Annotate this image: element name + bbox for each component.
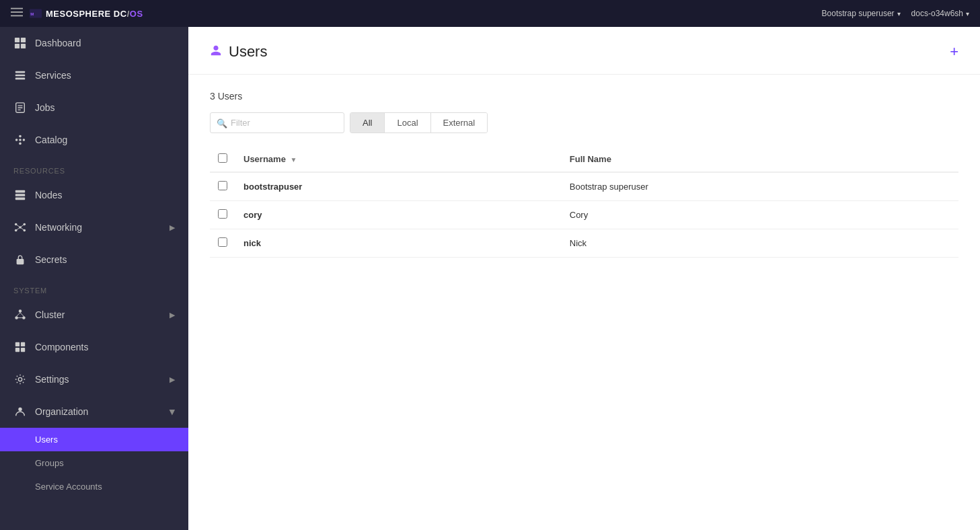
sidebar-item-components[interactable]: Components <box>0 331 188 363</box>
sidebar-item-services[interactable]: Services <box>0 59 188 91</box>
filter-input[interactable] <box>210 112 344 133</box>
layout: Dashboard Services Jobs Catalog Resource… <box>0 27 980 530</box>
svg-line-37 <box>17 313 20 316</box>
svg-rect-43 <box>21 348 25 352</box>
svg-rect-21 <box>15 190 25 193</box>
row-username-cell: bootstrapuser <box>235 172 562 201</box>
svg-line-32 <box>20 227 24 231</box>
add-user-button[interactable]: + <box>950 44 958 59</box>
settings-icon <box>13 373 27 386</box>
tab-all[interactable]: All <box>350 113 385 132</box>
svg-point-34 <box>19 309 22 313</box>
svg-rect-13 <box>17 105 22 106</box>
sidebar-item-jobs[interactable]: Jobs <box>0 91 188 124</box>
filter-row: 🔍 All Local External <box>210 112 958 133</box>
svg-line-31 <box>16 227 20 231</box>
filter-input-wrap: 🔍 <box>210 112 344 133</box>
sidebar-item-groups[interactable]: Groups <box>0 451 188 475</box>
svg-rect-10 <box>15 75 25 77</box>
svg-rect-41 <box>21 342 25 346</box>
topbar-user-label: Bootstrap superuser <box>822 9 895 18</box>
svg-rect-15 <box>17 110 21 110</box>
sidebar-item-secrets[interactable]: Secrets <box>0 243 188 276</box>
networking-icon <box>13 221 27 234</box>
dashboard-icon <box>13 36 27 50</box>
page-title: Users <box>229 43 267 61</box>
filter-tab-group: All Local External <box>350 112 488 133</box>
sidebar-sub-item-label: Groups <box>35 458 64 468</box>
svg-rect-23 <box>15 198 25 200</box>
topbar-cluster-label: docs-o34w6sh <box>911 9 963 18</box>
table-header-username[interactable]: Username ▼ <box>235 147 562 172</box>
page-title-row: Users <box>210 43 267 61</box>
row-checkbox[interactable] <box>218 209 227 219</box>
row-checkbox-cell <box>210 172 235 201</box>
sidebar-item-nodes[interactable]: Nodes <box>0 179 188 211</box>
sidebar-item-label: Nodes <box>35 190 62 200</box>
cluster-icon <box>13 308 27 321</box>
username-link[interactable]: bootstrapuser <box>243 182 302 192</box>
sidebar-item-organization[interactable]: Organization ▶ <box>0 395 188 428</box>
topbar-left: M MESOSPHERE DC/OS <box>11 6 143 21</box>
tab-external[interactable]: External <box>431 113 488 132</box>
svg-point-18 <box>23 139 26 141</box>
sidebar-sub-item-label: Users <box>35 434 58 445</box>
resources-section-label: Resources <box>0 156 188 179</box>
users-page-icon <box>210 44 222 59</box>
sidebar-item-dashboard[interactable]: Dashboard <box>0 27 188 59</box>
sidebar: Dashboard Services Jobs Catalog Resource… <box>0 27 188 530</box>
sidebar-item-settings[interactable]: Settings ▶ <box>0 363 188 395</box>
username-link[interactable]: nick <box>243 238 261 248</box>
nodes-icon <box>13 188 27 202</box>
main-content: Users + 3 Users 🔍 All Local External <box>188 27 980 530</box>
svg-rect-6 <box>21 38 26 42</box>
row-checkbox-cell <box>210 201 235 229</box>
svg-rect-0 <box>11 8 23 9</box>
topbar-right: Bootstrap superuser ▾ docs-o34w6sh ▾ <box>822 9 969 18</box>
sidebar-item-label: Services <box>35 70 71 81</box>
sidebar-item-service-accounts[interactable]: Service Accounts <box>0 475 188 498</box>
fullname-col-label: Full Name <box>570 154 611 164</box>
sidebar-item-users[interactable]: Users <box>0 428 188 451</box>
svg-point-44 <box>18 377 22 381</box>
svg-point-16 <box>19 139 22 141</box>
tab-local[interactable]: Local <box>385 113 430 132</box>
svg-rect-14 <box>17 108 22 108</box>
secrets-icon <box>13 253 27 266</box>
row-username-cell: nick <box>235 229 562 258</box>
svg-rect-1 <box>11 11 23 13</box>
row-checkbox[interactable] <box>218 237 227 247</box>
hamburger-icon[interactable] <box>11 6 23 21</box>
select-all-checkbox[interactable] <box>218 153 227 163</box>
table-row: nick Nick <box>210 229 958 258</box>
svg-rect-8 <box>21 44 26 48</box>
components-icon <box>13 340 27 354</box>
users-count: 3 Users <box>210 91 958 102</box>
svg-text:M: M <box>30 12 34 16</box>
services-icon <box>13 69 27 82</box>
row-checkbox[interactable] <box>218 181 227 190</box>
topbar-cluster-menu[interactable]: docs-o34w6sh ▾ <box>911 9 969 18</box>
table-row: cory Cory <box>210 201 958 229</box>
svg-line-29 <box>16 225 20 228</box>
sidebar-sub-item-label: Service Accounts <box>35 482 102 492</box>
cluster-arrow-icon: ▶ <box>169 311 175 319</box>
svg-rect-33 <box>17 259 24 264</box>
svg-rect-11 <box>15 78 25 80</box>
row-fullname-cell: Cory <box>562 201 958 229</box>
users-table: Username ▼ Full Name bootstrapuser <box>210 147 958 258</box>
settings-arrow-icon: ▶ <box>169 375 175 384</box>
sidebar-item-label: Secrets <box>35 254 67 265</box>
svg-point-45 <box>18 408 22 411</box>
catalog-icon <box>13 133 27 147</box>
topbar-user-menu[interactable]: Bootstrap superuser ▾ <box>822 9 901 18</box>
logo: M MESOSPHERE DC/OS <box>30 7 143 20</box>
table-header-fullname: Full Name <box>562 147 958 172</box>
username-link[interactable]: cory <box>243 210 262 220</box>
sidebar-item-cluster[interactable]: Cluster ▶ <box>0 299 188 331</box>
svg-rect-7 <box>15 44 20 48</box>
svg-point-17 <box>15 139 18 141</box>
sidebar-item-networking[interactable]: Networking ▶ <box>0 211 188 243</box>
sidebar-item-label: Networking <box>35 222 82 233</box>
sidebar-item-catalog[interactable]: Catalog <box>0 124 188 156</box>
